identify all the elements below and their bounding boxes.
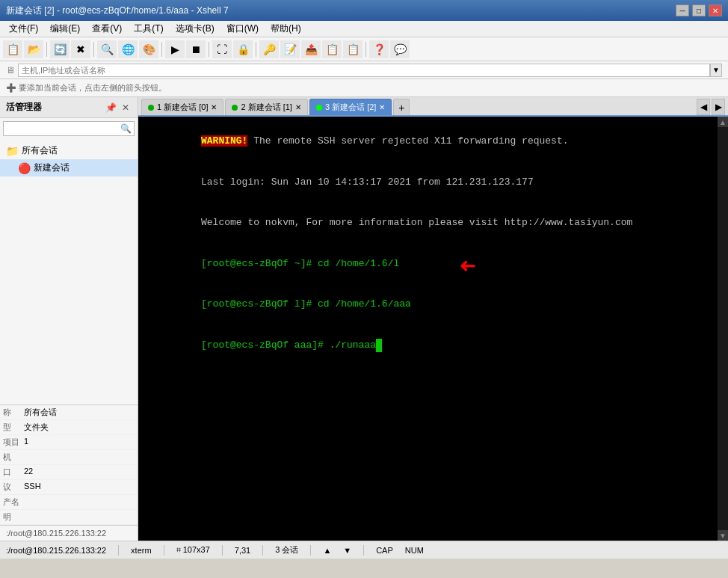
toolbar-script-btn[interactable]: 📝 xyxy=(280,40,300,58)
toolbar-copy-btn[interactable]: 📋 xyxy=(322,40,342,58)
sidebar: 活管理器 📌 ✕ 🔍 📁 所有会话 🔴 新建会话 称 xyxy=(0,97,138,541)
prop-key-type: 型 xyxy=(3,422,24,433)
sidebar-tree: 📁 所有会话 🔴 新建会话 xyxy=(0,139,138,275)
toolbar-comment-btn[interactable]: 💬 xyxy=(390,40,410,58)
tab-1-dot xyxy=(232,105,238,111)
prop-row-protocol: 议 SSH xyxy=(0,480,138,495)
minimize-button[interactable]: ─ xyxy=(676,4,689,16)
toolbar-search-btn[interactable]: 🔍 xyxy=(97,40,117,58)
tab-2-dot xyxy=(316,105,322,111)
folder-icon: 📁 xyxy=(6,145,19,157)
tree-item-new-session-label: 新建会话 xyxy=(34,162,70,174)
menu-tools[interactable]: 工具(T) xyxy=(128,21,169,37)
tab-2-label: 3 新建会话 [2] xyxy=(325,102,376,113)
terminal-container: WARNING! The remote SSH server rejected … xyxy=(138,117,728,541)
tree-item-label: 所有会话 xyxy=(22,144,58,157)
info-text: ➕ 要添加当前会话，点击左侧的箭头按钮。 xyxy=(6,82,167,93)
terminal-line-5: [root@ecs-zBqOf aaa]# ./runaaa xyxy=(143,325,713,366)
scroll-up-btn[interactable]: ▲ xyxy=(718,117,728,127)
toolbar-help-btn[interactable]: ❓ xyxy=(369,40,389,58)
maximize-button[interactable]: □ xyxy=(692,4,706,16)
address-icon: 🖥 xyxy=(6,65,15,76)
warning-text: The remote SSH server rejected X11 forwa… xyxy=(247,135,568,147)
red-arrow: ➜ xyxy=(460,255,476,282)
tab-1-close[interactable]: ✕ xyxy=(295,103,301,111)
tree-item-all-sessions[interactable]: 📁 所有会话 xyxy=(0,142,138,159)
sidebar-search-input[interactable] xyxy=(3,121,135,136)
title-bar: 新建会话 [2] - root@ecs-zBqOf:/home/1.6/aaa … xyxy=(0,0,728,21)
toolbar-record-btn[interactable]: ⏹ xyxy=(186,40,206,58)
close-button[interactable]: ✕ xyxy=(709,4,722,16)
tab-add-btn[interactable]: + xyxy=(393,99,410,115)
menu-edit[interactable]: 编辑(E) xyxy=(44,21,86,37)
toolbar-btn2[interactable]: 🔄 xyxy=(50,40,70,58)
sidebar-pin-btn[interactable]: 📌 xyxy=(105,102,117,114)
sidebar-info: 称 所有会话 型 文件夹 项目 1 机 口 22 议 SSH xyxy=(0,405,138,525)
status-size: ⌗ 107x37 xyxy=(176,545,210,555)
toolbar-sep3 xyxy=(161,42,162,57)
terminal-line-0: WARNING! The remote SSH server rejected … xyxy=(143,121,713,162)
terminal-line-2: Welcome to nokvm, For more information p… xyxy=(143,203,713,244)
tab-0-close[interactable]: ✕ xyxy=(211,103,217,111)
session-nav-up[interactable]: ▲ xyxy=(323,546,331,555)
menu-tabs[interactable]: 选项卡(B) xyxy=(170,21,220,37)
tree-item-new-session[interactable]: 🔴 新建会话 xyxy=(0,159,138,176)
terminal-line-3: [root@ecs-zBqOf ~]# cd /home/1.6/l xyxy=(143,244,713,285)
menu-view[interactable]: 查看(V) xyxy=(86,21,128,37)
scroll-track[interactable] xyxy=(718,127,728,530)
tab-0[interactable]: 1 新建会话 [0] ✕ xyxy=(141,99,223,115)
menu-help[interactable]: 帮助(H) xyxy=(265,21,307,37)
address-dropdown[interactable]: ▼ xyxy=(710,64,722,77)
status-caps: CAP xyxy=(376,546,393,555)
prop-val-type: 文件夹 xyxy=(24,422,49,433)
session-icon: 🔴 xyxy=(18,162,31,174)
prop-key-name: 称 xyxy=(3,407,24,418)
menu-file[interactable]: 文件(F) xyxy=(3,21,44,37)
toolbar-key-btn[interactable]: 🔑 xyxy=(259,40,279,58)
toolbar-play-btn[interactable]: ▶ xyxy=(165,40,185,58)
toolbar-sep5 xyxy=(256,42,256,57)
menu-bar: 文件(F) 编辑(E) 查看(V) 工具(T) 选项卡(B) 窗口(W) 帮助(… xyxy=(0,21,728,37)
status-div2 xyxy=(164,545,164,556)
tab-bar: 1 新建会话 [0] ✕ 2 新建会话 [1] ✕ 3 新建会话 [2] ✕ +… xyxy=(138,97,728,117)
tab-0-dot xyxy=(148,105,154,111)
status-div3 xyxy=(222,545,223,556)
terminal-scrollbar[interactable]: ▲ ▼ xyxy=(718,117,728,541)
toolbar-maximize-btn[interactable]: ⛶ xyxy=(212,40,232,58)
status-div1 xyxy=(118,545,119,556)
prop-val-name: 所有会话 xyxy=(24,407,57,418)
tab-next-btn[interactable]: ▶ xyxy=(712,99,725,115)
toolbar-globe-btn[interactable]: 🌐 xyxy=(118,40,138,58)
tab-2-close[interactable]: ✕ xyxy=(379,103,385,111)
address-input[interactable] xyxy=(18,64,710,77)
toolbar-paste-btn[interactable]: 📋 xyxy=(343,40,363,58)
window-title: 新建会话 [2] - root@ecs-zBqOf:/home/1.6/aaa … xyxy=(6,4,229,17)
tab-prev-btn[interactable]: ◀ xyxy=(697,99,710,115)
toolbar-lock-btn[interactable]: 🔒 xyxy=(233,40,253,58)
toolbar-btn3[interactable]: ✖ xyxy=(71,40,90,58)
toolbar-sep4 xyxy=(209,42,209,57)
tab-2[interactable]: 3 新建会话 [2] ✕ xyxy=(309,99,392,115)
toolbar-share-btn[interactable]: 📤 xyxy=(301,40,321,58)
prop-row-host: 机 xyxy=(0,450,138,465)
tab-0-label: 1 新建会话 [0] xyxy=(157,102,208,113)
toolbar-sep1 xyxy=(46,42,47,57)
prop-key-host: 机 xyxy=(3,452,24,463)
menu-window[interactable]: 窗口(W) xyxy=(220,21,265,37)
sidebar-search-icon: 🔍 xyxy=(120,123,132,134)
prop-row-username: 产名 xyxy=(0,495,138,510)
terminal-area[interactable]: WARNING! The remote SSH server rejected … xyxy=(138,117,718,541)
toolbar-open-btn[interactable]: 📂 xyxy=(24,40,43,58)
status-div5 xyxy=(310,545,311,556)
warning-label: WARNING! xyxy=(201,135,247,147)
toolbar-color-btn[interactable]: 🎨 xyxy=(139,40,158,58)
toolbar-sep2 xyxy=(93,42,94,57)
tab-1[interactable]: 2 新建会话 [1] ✕ xyxy=(225,99,307,115)
toolbar-new-btn[interactable]: 📋 xyxy=(3,40,22,58)
status-sessions: 3 会话 xyxy=(275,544,298,556)
sidebar-bottom: :/root@180.215.226.133:22 xyxy=(0,525,138,541)
title-controls: ─ □ ✕ xyxy=(676,4,722,16)
scroll-down-btn[interactable]: ▼ xyxy=(718,530,728,541)
sidebar-close-btn[interactable]: ✕ xyxy=(120,102,132,114)
session-nav-down[interactable]: ▼ xyxy=(343,546,351,555)
